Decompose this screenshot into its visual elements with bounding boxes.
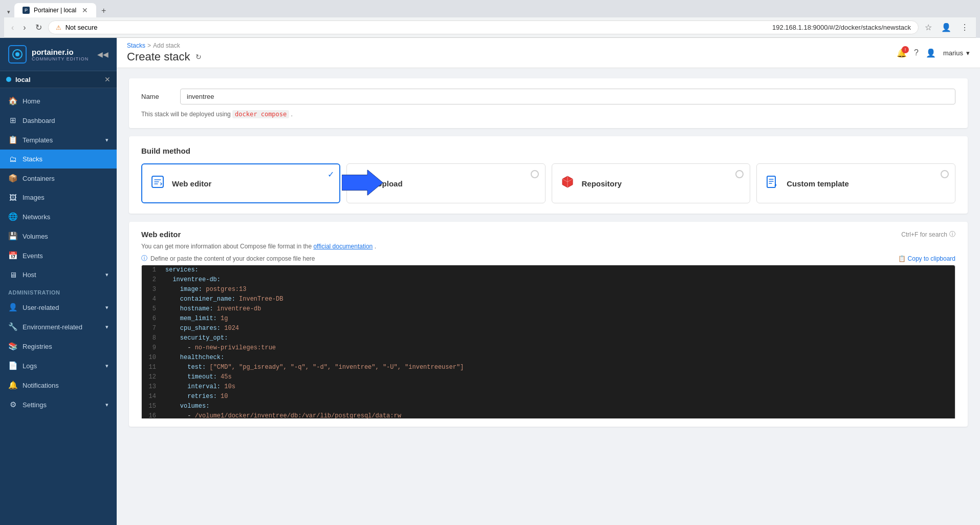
deploy-tool: docker compose bbox=[232, 110, 289, 118]
sidebar-item-containers[interactable]: 📦 Containers bbox=[0, 169, 117, 188]
repository-label: Repository bbox=[582, 179, 622, 188]
sidebar-item-home[interactable]: 🏠 Home bbox=[0, 91, 117, 111]
env-related-icon: 🔧 bbox=[8, 322, 17, 331]
back-btn[interactable]: ‹ bbox=[8, 21, 17, 34]
editor-shortcut: Ctrl+F for search bbox=[901, 231, 947, 238]
breadcrumb-stacks[interactable]: Stacks bbox=[127, 42, 145, 49]
settings-icon: ⚙ bbox=[8, 400, 17, 409]
sidebar-item-templates[interactable]: 📋 Templates ▾ bbox=[0, 130, 117, 150]
define-hint: ⓘ Define or paste the content of your do… bbox=[141, 254, 315, 263]
env-selector[interactable]: local ✕ bbox=[0, 71, 117, 88]
tab-list-btn[interactable]: ▾ bbox=[4, 7, 13, 17]
custom-template-label: Custom template bbox=[787, 179, 849, 188]
user-icon[interactable]: 👤 bbox=[926, 48, 936, 58]
logo-icon bbox=[8, 45, 27, 64]
templates-icon: 📋 bbox=[8, 135, 17, 144]
official-docs-link[interactable]: official documentation bbox=[313, 243, 373, 250]
repository-radio[interactable] bbox=[735, 170, 744, 178]
method-card-upload[interactable]: Upload bbox=[346, 163, 546, 203]
sidebar-item-images[interactable]: 🖼 Images bbox=[0, 188, 117, 207]
sidebar-item-events[interactable]: 📅 Events bbox=[0, 246, 117, 265]
logs-arrow: ▾ bbox=[105, 363, 108, 369]
networks-icon: 🌐 bbox=[8, 212, 17, 221]
sidebar-collapse-btn[interactable]: ◀◀ bbox=[97, 50, 108, 58]
env-close-btn[interactable]: ✕ bbox=[104, 75, 111, 83]
upload-icon bbox=[355, 175, 369, 192]
breadcrumb-sep: > bbox=[147, 42, 151, 49]
sidebar-item-host[interactable]: 🖥 Host ▾ bbox=[0, 265, 117, 284]
clipboard-row: ⓘ Define or paste the content of your do… bbox=[141, 254, 955, 263]
sidebar-item-registries[interactable]: 📚 Registries bbox=[0, 337, 117, 356]
upload-radio[interactable] bbox=[531, 170, 539, 178]
define-hint-text: Define or paste the content of your dock… bbox=[150, 255, 315, 262]
tab-close-btn[interactable]: ✕ bbox=[82, 6, 88, 14]
env-related-arrow: ▾ bbox=[105, 324, 108, 330]
method-card-custom-template[interactable]: Custom template bbox=[756, 163, 955, 203]
topbar: Stacks > Add stack Create stack ↻ 🔔 ! ? … bbox=[117, 38, 980, 68]
upload-label: Upload bbox=[377, 179, 403, 188]
logo-subtitle: COMMUNITY EDITION bbox=[32, 56, 89, 61]
custom-template-icon bbox=[765, 175, 779, 192]
topbar-right: 🔔 ! ? 👤 marius ▾ bbox=[897, 48, 970, 58]
refresh-btn[interactable]: ↻ bbox=[32, 20, 45, 34]
sidebar-label-home: Home bbox=[23, 97, 40, 105]
host-arrow: ▾ bbox=[105, 271, 108, 278]
editor-header: Web editor Ctrl+F for search ⓘ bbox=[141, 230, 955, 239]
sidebar-label-volumes: Volumes bbox=[23, 233, 48, 240]
method-card-web-editor[interactable]: Web editor ✓ bbox=[141, 163, 340, 203]
bookmark-btn[interactable]: ☆ bbox=[922, 20, 935, 34]
custom-template-radio[interactable] bbox=[941, 170, 949, 178]
volumes-icon: 💾 bbox=[8, 232, 17, 241]
new-tab-btn[interactable]: + bbox=[97, 4, 110, 17]
page-refresh-icon[interactable]: ↻ bbox=[195, 53, 202, 61]
code-editor-wrapper[interactable]: 1services:2 inventree-db:3 image: postgr… bbox=[141, 265, 955, 418]
logo-title: portainer.io bbox=[32, 48, 89, 56]
user-menu[interactable]: marius ▾ bbox=[943, 49, 970, 57]
page-title: Create stack bbox=[127, 50, 190, 64]
notifications-icon: 🔔 bbox=[8, 381, 17, 390]
web-editor-icon bbox=[150, 175, 165, 192]
page-title-row: Create stack ↻ bbox=[127, 50, 202, 64]
content-area: Name This stack will be deployed using d… bbox=[117, 68, 980, 525]
build-methods-grid: Web editor ✓ bbox=[141, 163, 955, 203]
build-method-section: Build method Web editor bbox=[129, 136, 968, 214]
method-card-repository[interactable]: Repository bbox=[552, 163, 751, 203]
not-secure-label: Not secure bbox=[66, 24, 768, 31]
sidebar-item-logs[interactable]: 📄 Logs ▾ bbox=[0, 356, 117, 375]
clipboard-icon: 📋 bbox=[898, 255, 906, 262]
profile-btn[interactable]: 👤 bbox=[938, 20, 954, 34]
admin-section-title: Administration bbox=[0, 284, 117, 298]
extensions-btn[interactable]: ⋮ bbox=[957, 20, 972, 34]
topbar-left: Stacks > Add stack Create stack ↻ bbox=[127, 42, 202, 64]
sidebar-label-host: Host bbox=[23, 271, 36, 279]
name-input[interactable] bbox=[180, 89, 955, 104]
sidebar-item-networks[interactable]: 🌐 Networks bbox=[0, 207, 117, 226]
sidebar-item-stacks[interactable]: 🗂 Stacks bbox=[0, 150, 117, 169]
sidebar-item-volumes[interactable]: 💾 Volumes bbox=[0, 226, 117, 246]
browser-tabs: ▾ P Portainer | local ✕ + bbox=[4, 3, 976, 17]
svg-rect-5 bbox=[767, 176, 775, 187]
sidebar-label-templates: Templates bbox=[23, 136, 53, 144]
user-related-icon: 👤 bbox=[8, 303, 17, 312]
code-editor[interactable]: 1services:2 inventree-db:3 image: postgr… bbox=[141, 265, 955, 418]
logs-icon: 📄 bbox=[8, 361, 17, 370]
copy-to-clipboard-btn[interactable]: 📋 Copy to clipboard bbox=[898, 255, 955, 262]
sidebar-item-notifications[interactable]: 🔔 Notifications bbox=[0, 375, 117, 395]
deploy-note-end: . bbox=[291, 111, 293, 118]
web-editor-check: ✓ bbox=[328, 170, 334, 179]
browser-toolbar: ‹ › ↻ ⚠ Not secure 192.168.1.18:9000/#/2… bbox=[4, 17, 976, 38]
sidebar-item-settings[interactable]: ⚙ Settings ▾ bbox=[0, 395, 117, 414]
sidebar-item-dashboard[interactable]: ⊞ Dashboard bbox=[0, 111, 117, 130]
help-circle-icon: ⓘ bbox=[949, 230, 955, 239]
breadcrumb: Stacks > Add stack bbox=[127, 42, 202, 49]
help-icon[interactable]: ? bbox=[914, 48, 919, 57]
address-bar[interactable]: ⚠ Not secure 192.168.1.18:9000/#/2/docke… bbox=[48, 20, 919, 34]
sidebar-label-registries: Registries bbox=[23, 343, 52, 350]
notification-bell-icon[interactable]: 🔔 ! bbox=[897, 48, 907, 58]
forward-btn[interactable]: › bbox=[20, 21, 29, 34]
sidebar-item-env-related[interactable]: 🔧 Environment-related ▾ bbox=[0, 317, 117, 337]
main-content: Stacks > Add stack Create stack ↻ 🔔 ! ? … bbox=[117, 38, 980, 525]
sidebar-item-user-related[interactable]: 👤 User-related ▾ bbox=[0, 298, 117, 317]
images-icon: 🖼 bbox=[8, 193, 17, 202]
env-status-dot bbox=[6, 77, 11, 82]
